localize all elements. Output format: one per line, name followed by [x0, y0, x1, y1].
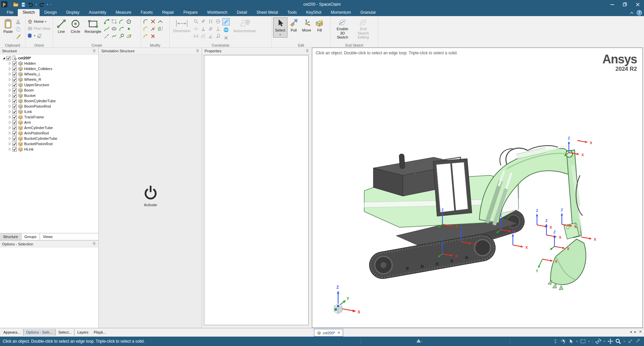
split-curve-icon[interactable] — [157, 18, 164, 25]
bottom-tab-optionssele[interactable]: Options - Sele... — [23, 329, 56, 336]
next-view-icon[interactable] — [635, 338, 641, 345]
tree-item[interactable]: BoomCylinderTube — [0, 98, 98, 104]
offset-curve-icon[interactable] — [157, 25, 164, 32]
tree-expander-icon[interactable] — [8, 94, 11, 97]
document-tab-close-icon[interactable]: ✕ — [337, 331, 340, 335]
concentric-icon[interactable] — [215, 18, 221, 25]
mirror-lines-icon[interactable] — [207, 25, 214, 32]
close-document-button[interactable]: ✕ — [639, 330, 642, 334]
plan-view-button[interactable]: Plan View — [27, 25, 51, 32]
format-painter-icon[interactable] — [15, 33, 21, 40]
tangent-icon[interactable] — [215, 33, 221, 40]
bottom-tab-appeara[interactable]: Appeara... — [1, 329, 23, 336]
equal-icon[interactable] — [193, 25, 199, 32]
perpendicular-icon[interactable] — [215, 25, 221, 32]
tree-expander-icon[interactable] — [8, 67, 11, 70]
tree-item[interactable]: HLink — [0, 147, 98, 152]
minimize-button[interactable] — [606, 0, 619, 9]
tree-expander-icon[interactable] — [8, 121, 11, 124]
menu-tab-sketch[interactable]: Sketch — [18, 9, 40, 16]
menu-tab-measure[interactable]: Measure — [111, 9, 136, 16]
menu-tab-granular[interactable]: Granular — [356, 9, 381, 16]
menu-tab-design[interactable]: Design — [40, 9, 61, 16]
qat-customize-caret[interactable]: ▿ — [50, 3, 51, 6]
sketch-display-icon[interactable] — [222, 18, 230, 25]
deselect-icon[interactable] — [560, 338, 567, 345]
menu-tab-repair[interactable]: Repair — [157, 9, 178, 16]
tab-scroll-right-button[interactable]: ▸ — [634, 330, 636, 334]
select-caret[interactable]: ▾ — [279, 33, 281, 36]
bottom-tab-select[interactable]: Select... — [56, 329, 75, 336]
restore-button[interactable] — [619, 0, 631, 9]
cut-icon[interactable] — [15, 18, 21, 25]
app-icon[interactable] — [1, 1, 7, 8]
tree-item[interactable]: Bucket — [0, 93, 98, 98]
point-icon[interactable] — [125, 25, 132, 32]
pin-icon[interactable] — [92, 242, 96, 246]
close-button[interactable] — [631, 0, 644, 9]
tree-item[interactable]: ArmCylinderTube — [0, 125, 98, 130]
view-style-button[interactable]: ▾ — [27, 32, 51, 39]
spline-icon[interactable] — [103, 25, 110, 32]
document-tab[interactable]: cet200* ✕ — [314, 329, 343, 337]
enable-3d-sketch-button[interactable]: Enable 3D Sketch — [332, 17, 353, 41]
curvature-icon[interactable] — [200, 33, 207, 40]
tree-expander-icon[interactable] — [8, 137, 11, 140]
panel-tab-structure[interactable]: Structure — [0, 233, 21, 240]
activate-button[interactable]: Activate — [143, 185, 158, 207]
pin-icon[interactable] — [305, 49, 309, 53]
caret-icon[interactable] — [575, 338, 579, 345]
caret-icon[interactable] — [623, 338, 626, 345]
tree-item[interactable]: UpperStructure — [0, 82, 98, 88]
caret-icon[interactable] — [603, 338, 606, 345]
tree-expander-icon[interactable] — [8, 126, 11, 129]
tree-item[interactable]: ArmPistionRod — [0, 130, 98, 136]
visibility-checkbox[interactable] — [12, 104, 17, 109]
autoconstrain-button[interactable]: Autoconstrain — [231, 17, 258, 35]
tree-expander-icon[interactable] — [8, 72, 11, 76]
menu-tab-keyshot[interactable]: KeyShot — [302, 9, 326, 16]
tree-item[interactable]: ILink — [0, 109, 98, 114]
tree-item[interactable]: Arm — [0, 120, 98, 125]
tree-expander-icon[interactable] — [8, 99, 11, 103]
tree-expander-icon[interactable] — [8, 148, 11, 151]
panel-tab-views[interactable]: Views — [40, 233, 56, 240]
visibility-checkbox[interactable] — [12, 67, 17, 71]
copy-icon[interactable] — [15, 26, 21, 33]
bend-curve-icon[interactable] — [142, 33, 149, 40]
home-view-caret[interactable]: ▾ — [45, 20, 46, 23]
menu-tab-tools[interactable]: Tools — [283, 9, 302, 16]
panel-tab-groups[interactable]: Groups — [21, 233, 40, 240]
construction-line-icon[interactable] — [103, 33, 110, 40]
tree-expander-icon[interactable] — [8, 89, 11, 92]
tree-expander-icon[interactable] — [8, 142, 11, 146]
visibility-checkbox[interactable] — [12, 136, 17, 141]
visibility-checkbox[interactable] — [6, 56, 11, 60]
pull-button[interactable]: Pull — [287, 17, 300, 34]
tangent-arc-icon[interactable] — [118, 18, 125, 25]
select-button[interactable]: Select ▾ — [273, 17, 287, 38]
line-button[interactable]: Line — [54, 17, 68, 35]
visibility-checkbox[interactable] — [12, 120, 17, 125]
remove-constraint-icon[interactable] — [222, 34, 230, 42]
pin-constraint-icon[interactable] — [200, 18, 207, 25]
end-sketch-editing-button[interactable]: End Sketch Editing — [353, 17, 374, 41]
menu-tab-display[interactable]: Display — [61, 9, 84, 16]
visibility-checkbox[interactable] — [12, 83, 17, 87]
select-mode-icon[interactable] — [568, 338, 574, 345]
delete-curve-icon[interactable] — [150, 33, 156, 40]
paste-button[interactable]: Paste — [1, 17, 15, 35]
anchor-icon[interactable] — [200, 25, 207, 32]
undo-button[interactable] — [28, 1, 34, 8]
visibility-checkbox[interactable] — [12, 147, 17, 152]
help-icon[interactable]: ? — [637, 10, 642, 15]
visibility-checkbox[interactable] — [12, 72, 17, 76]
tree-expander-icon[interactable] — [8, 62, 11, 65]
menu-tab-sheet-metal[interactable]: Sheet Metal — [252, 9, 283, 16]
tree-item[interactable]: Hidden_Colliders — [0, 66, 98, 71]
tree-item[interactable]: BucketPistonRod — [0, 141, 98, 147]
visibility-checkbox[interactable] — [12, 99, 17, 103]
rectangle-button[interactable]: Rectangle — [83, 17, 103, 35]
3d-viewport[interactable]: Click an object. Double-click to select … — [312, 48, 643, 328]
menu-tab-assembly[interactable]: Assembly — [84, 9, 111, 16]
